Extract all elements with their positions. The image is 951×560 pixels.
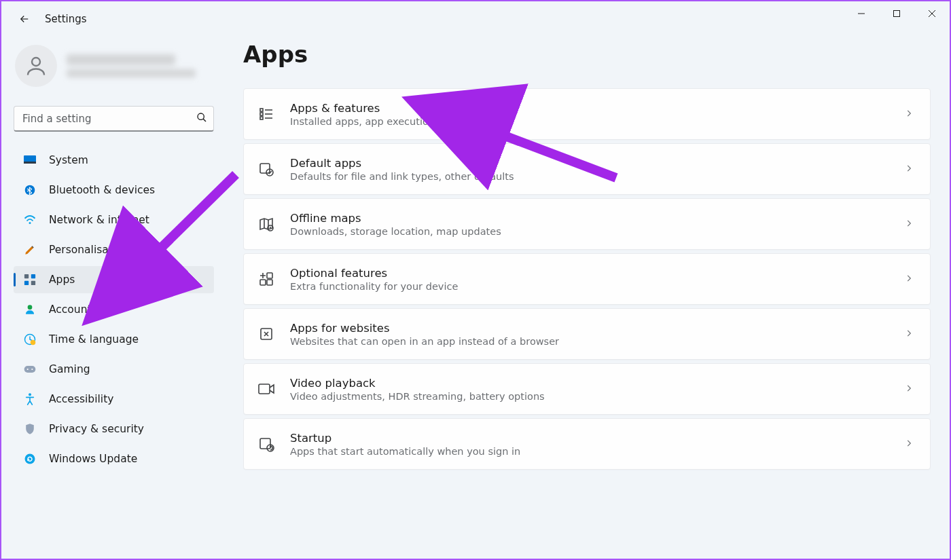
- category-text: Default apps Defaults for file and link …: [290, 157, 904, 182]
- category-desc: Extra functionality for your device: [290, 281, 904, 292]
- svg-rect-25: [260, 113, 263, 115]
- bluetooth-icon: [23, 183, 37, 197]
- arrow-left-icon: [18, 13, 31, 25]
- clock-globe-icon: [23, 333, 37, 346]
- chevron-right-icon: [904, 328, 914, 341]
- svg-line-6: [203, 119, 206, 122]
- page-title: Apps: [243, 41, 931, 68]
- sidebar-item-label: Gaming: [49, 363, 90, 375]
- chevron-right-icon: [904, 438, 914, 451]
- map-icon: [257, 215, 275, 233]
- category-title: Optional features: [290, 267, 904, 280]
- sidebar-item-label: Apps: [49, 274, 75, 286]
- maximize-icon: [893, 10, 901, 18]
- app-title: Settings: [45, 13, 87, 25]
- back-button[interactable]: [11, 5, 38, 33]
- search-box: [14, 106, 214, 132]
- sidebar: System Bluetooth & devices Network & int…: [14, 42, 214, 475]
- sidebar-item-update[interactable]: Windows Update: [14, 445, 214, 472]
- category-offline-maps[interactable]: Offline maps Downloads, storage location…: [243, 198, 931, 250]
- svg-rect-29: [260, 164, 270, 173]
- svg-point-10: [29, 222, 31, 224]
- video-icon: [257, 380, 275, 398]
- sidebar-item-label: Windows Update: [49, 453, 137, 465]
- sidebar-item-accounts[interactable]: Accounts: [14, 296, 214, 323]
- close-icon: [928, 10, 936, 18]
- svg-point-17: [31, 340, 36, 346]
- chevron-right-icon: [904, 218, 914, 231]
- sidebar-item-label: Privacy & security: [49, 423, 144, 435]
- sidebar-item-label: Accessibility: [49, 393, 113, 405]
- profile-block[interactable]: [14, 42, 214, 90]
- category-startup[interactable]: Startup Apps that start automatically wh…: [243, 418, 931, 470]
- svg-rect-1: [894, 11, 900, 17]
- sidebar-item-label: Bluetooth & devices: [49, 184, 155, 196]
- category-title: Apps for websites: [290, 322, 904, 335]
- maximize-button[interactable]: [879, 1, 914, 26]
- monitor-icon: [23, 153, 37, 167]
- minimize-icon: [857, 10, 865, 18]
- svg-point-5: [198, 113, 204, 119]
- sidebar-item-time[interactable]: Time & language: [14, 326, 214, 353]
- shield-icon: [23, 422, 37, 436]
- startup-icon: [257, 435, 275, 453]
- category-apps-for-websites[interactable]: Apps for websites Websites that can open…: [243, 308, 931, 360]
- sidebar-item-network[interactable]: Network & internet: [14, 206, 214, 234]
- sidebar-item-gaming[interactable]: Gaming: [14, 356, 214, 383]
- sidebar-item-label: Accounts: [49, 303, 97, 316]
- category-apps-features[interactable]: Apps & features Installed apps, app exec…: [243, 88, 931, 140]
- grid-plus-icon: [257, 270, 275, 288]
- nav-list: System Bluetooth & devices Network & int…: [14, 147, 214, 472]
- svg-point-21: [29, 393, 31, 396]
- svg-rect-34: [267, 280, 272, 285]
- accessibility-icon: [23, 392, 37, 406]
- category-title: Offline maps: [290, 212, 904, 225]
- avatar: [15, 45, 57, 87]
- category-desc: Apps that start automatically when you s…: [290, 446, 904, 457]
- svg-rect-33: [260, 280, 266, 285]
- category-video-playback[interactable]: Video playback Video adjustments, HDR st…: [243, 363, 931, 415]
- category-desc: Downloads, storage location, map updates: [290, 226, 904, 237]
- close-button[interactable]: [914, 1, 950, 26]
- search-input[interactable]: [14, 106, 214, 132]
- chevron-right-icon: [904, 108, 914, 121]
- person-icon: [24, 54, 48, 78]
- apps-icon: [23, 273, 37, 286]
- sidebar-item-apps[interactable]: Apps: [14, 266, 214, 293]
- chevron-right-icon: [904, 273, 914, 286]
- category-optional-features[interactable]: Optional features Extra functionality fo…: [243, 253, 931, 305]
- svg-point-15: [28, 305, 33, 310]
- sidebar-item-privacy[interactable]: Privacy & security: [14, 415, 214, 443]
- minimize-button[interactable]: [844, 1, 879, 26]
- category-desc: Defaults for file and link types, other …: [290, 171, 904, 182]
- category-title: Video playback: [290, 377, 904, 390]
- category-list: Apps & features Installed apps, app exec…: [243, 88, 931, 470]
- gamepad-icon: [23, 362, 37, 376]
- category-default-apps[interactable]: Default apps Defaults for file and link …: [243, 143, 931, 195]
- chevron-right-icon: [904, 163, 914, 176]
- svg-point-20: [31, 369, 33, 370]
- website-app-icon: [257, 325, 275, 343]
- svg-rect-18: [24, 366, 36, 373]
- wifi-icon: [23, 213, 37, 227]
- account-icon: [23, 303, 37, 316]
- sidebar-item-system[interactable]: System: [14, 147, 214, 174]
- sidebar-item-bluetooth[interactable]: Bluetooth & devices: [14, 176, 214, 204]
- sidebar-item-personalisation[interactable]: Personalisation: [14, 236, 214, 263]
- sidebar-item-label: System: [49, 154, 88, 166]
- list-icon: [257, 105, 275, 123]
- category-desc: Video adjustments, HDR streaming, batter…: [290, 391, 904, 402]
- profile-text: [67, 54, 196, 77]
- update-icon: [23, 452, 37, 466]
- svg-rect-36: [259, 384, 270, 394]
- sidebar-item-accessibility[interactable]: Accessibility: [14, 386, 214, 413]
- chevron-right-icon: [904, 383, 914, 396]
- svg-point-4: [32, 58, 40, 66]
- svg-rect-37: [260, 438, 270, 449]
- main-content: Apps Apps & features Installed apps, app…: [243, 41, 931, 470]
- sidebar-item-label: Time & language: [49, 333, 139, 346]
- svg-rect-32: [267, 273, 272, 278]
- search-icon: [196, 112, 207, 126]
- svg-rect-12: [31, 274, 35, 278]
- svg-rect-14: [31, 281, 35, 285]
